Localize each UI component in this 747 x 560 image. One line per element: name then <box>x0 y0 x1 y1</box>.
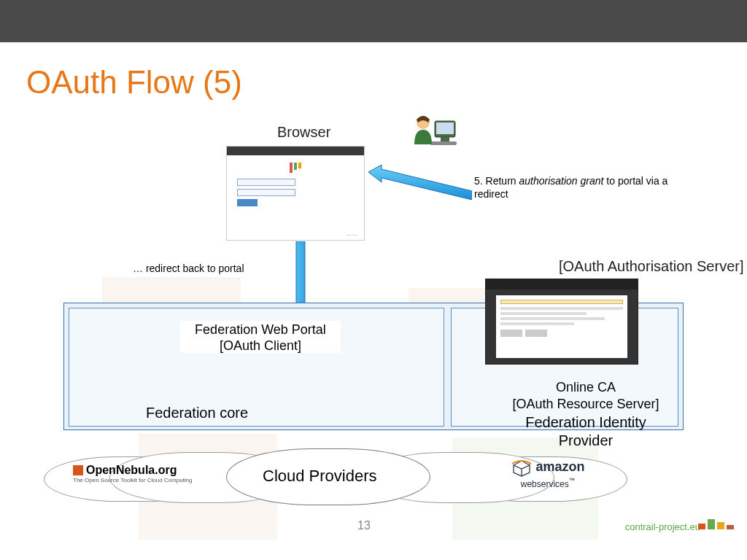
aws-box-icon <box>511 459 533 477</box>
aws-tm: ™ <box>569 477 575 483</box>
oauth-consent-screenshot <box>485 279 638 365</box>
aws-sub: webservices <box>521 479 569 489</box>
aws-logo: amazon webservices™ <box>511 459 584 490</box>
footer-url: contrail-project.eu <box>625 521 700 532</box>
cloud-providers-label: Cloud Providers <box>263 467 377 486</box>
federation-web-portal-box: Federation Web Portal [OAuth Client] <box>180 321 341 353</box>
federation-core-label: Federation core <box>146 405 248 421</box>
opennebula-name: OpenNebula.org <box>86 464 177 477</box>
contrail-logo-icon <box>698 519 734 529</box>
opennebula-tagline: The Open Source Toolkit for Cloud Comput… <box>73 477 193 483</box>
fed-portal-line1: Federation Web Portal <box>180 322 341 338</box>
header-bar <box>0 0 747 42</box>
online-ca-line2: [OAuth Resource Server] <box>502 396 670 413</box>
svg-rect-2 <box>441 137 449 141</box>
opennebula-icon <box>73 465 83 475</box>
aws-name: amazon <box>535 459 584 474</box>
opennebula-logo: OpenNebula.org The Open Source Toolkit f… <box>73 464 193 483</box>
page-number: 13 <box>357 519 371 532</box>
oauth-server-label: [OAuth Authorisation Server] <box>559 258 743 275</box>
redirect-label: … redirect back to portal <box>133 262 244 274</box>
online-ca-block: Online CA [OAuth Resource Server] Federa… <box>502 379 670 450</box>
online-ca-line1: Online CA <box>502 379 670 396</box>
browser-login-screenshot: — — <box>226 146 365 241</box>
arrow-server-to-browser <box>368 165 472 200</box>
user-at-computer-icon <box>409 109 460 160</box>
svg-rect-1 <box>436 122 454 134</box>
federation-idp-label: Federation Identity Provider <box>502 413 670 450</box>
svg-marker-5 <box>368 165 472 200</box>
step-5-prefix: 5. Return <box>474 175 519 187</box>
step-5-italic: authorisation grant <box>519 175 603 187</box>
browser-label: Browser <box>277 124 330 141</box>
svg-rect-3 <box>430 141 457 145</box>
slide-title: OAuth Flow (5) <box>26 64 242 101</box>
step-5-text: 5. Return authorisation grant to portal … <box>474 174 693 201</box>
fed-portal-line2: [OAuth Client] <box>180 338 341 354</box>
